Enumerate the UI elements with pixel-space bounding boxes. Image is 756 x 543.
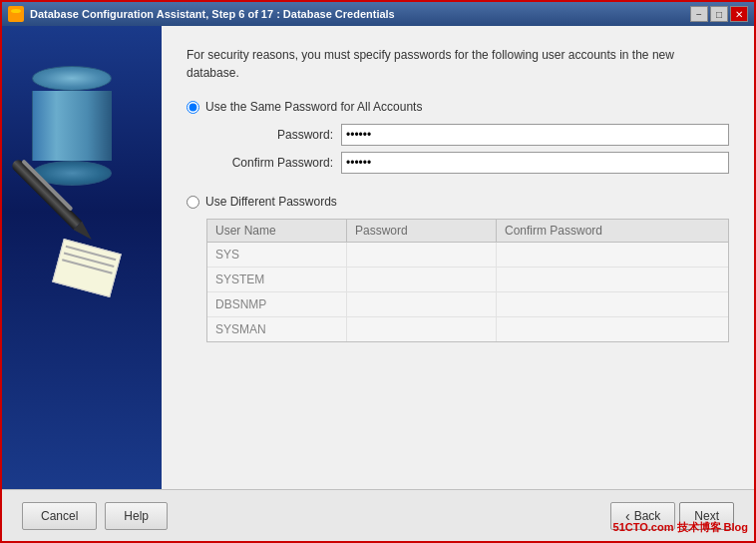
confirm-password-label: Confirm Password: <box>211 156 341 170</box>
different-passwords-radio[interactable] <box>187 196 199 209</box>
bottom-left-buttons: Cancel Help <box>22 502 168 530</box>
cell-sys-username: SYS <box>207 243 347 267</box>
app-icon <box>8 6 24 22</box>
right-panel: For security reasons, you must specify p… <box>162 26 754 489</box>
table-row: SYSMAN <box>207 317 728 341</box>
watermark: 51CTO.com 技术博客 Blog <box>613 520 748 535</box>
cell-system-password[interactable] <box>347 268 497 291</box>
col-header-confirm: Confirm Password <box>497 220 728 242</box>
table-row: SYS <box>207 243 728 268</box>
content-area: For security reasons, you must specify p… <box>2 26 754 489</box>
users-table: User Name Password Confirm Password SYS <box>206 219 729 342</box>
confirm-password-row: Confirm Password: <box>211 152 729 174</box>
maximize-button[interactable]: □ <box>710 6 728 22</box>
minimize-button[interactable]: − <box>690 6 708 22</box>
cell-dbsnmp-username: DBSNMP <box>207 292 347 316</box>
cell-system-confirm[interactable] <box>497 268 728 291</box>
col-header-password: Password <box>347 220 497 242</box>
cell-system-username: SYSTEM <box>207 268 347 291</box>
cell-sys-confirm[interactable] <box>497 243 728 267</box>
same-password-radio[interactable] <box>187 101 199 114</box>
db-cylinder-icon <box>32 66 112 186</box>
password-input[interactable] <box>341 124 729 146</box>
col-header-username: User Name <box>207 220 347 242</box>
same-password-option[interactable]: Use the Same Password for All Accounts <box>187 100 729 114</box>
cell-sysman-confirm[interactable] <box>497 317 728 341</box>
password-row: Password: <box>211 124 729 146</box>
help-button[interactable]: Help <box>105 502 168 530</box>
cell-sysman-password[interactable] <box>347 317 497 341</box>
panel-image <box>17 46 147 365</box>
title-buttons: − □ ✕ <box>690 6 748 22</box>
title-bar: Database Configuration Assistant, Step 6… <box>2 2 754 26</box>
window-title: Database Configuration Assistant, Step 6… <box>30 8 395 20</box>
cylinder-body <box>32 91 112 161</box>
table-row: SYSTEM <box>207 268 728 292</box>
paper-note-icon <box>52 239 122 297</box>
main-window: Database Configuration Assistant, Step 6… <box>0 0 756 543</box>
same-password-form: Password: Confirm Password: <box>211 124 729 180</box>
confirm-password-input[interactable] <box>341 152 729 174</box>
table-header: User Name Password Confirm Password <box>207 220 728 243</box>
table-row: DBSNMP <box>207 292 728 317</box>
cell-dbsnmp-password[interactable] <box>347 292 497 316</box>
close-button[interactable]: ✕ <box>730 6 748 22</box>
description: For security reasons, you must specify p… <box>187 46 729 82</box>
description-line1: For security reasons, you must specify p… <box>187 48 674 62</box>
cylinder-top <box>32 66 112 91</box>
left-panel <box>2 26 162 489</box>
different-passwords-option[interactable]: Use Different Passwords <box>187 195 729 209</box>
cancel-button[interactable]: Cancel <box>22 502 97 530</box>
cell-dbsnmp-confirm[interactable] <box>497 292 728 316</box>
svg-point-1 <box>11 9 21 13</box>
password-label: Password: <box>211 128 341 142</box>
description-line2: database. <box>187 66 239 80</box>
same-password-label[interactable]: Use the Same Password for All Accounts <box>205 100 422 114</box>
different-passwords-label[interactable]: Use Different Passwords <box>205 195 337 209</box>
title-bar-left: Database Configuration Assistant, Step 6… <box>8 6 395 22</box>
cell-sysman-username: SYSMAN <box>207 317 347 341</box>
cell-sys-password[interactable] <box>347 243 497 267</box>
